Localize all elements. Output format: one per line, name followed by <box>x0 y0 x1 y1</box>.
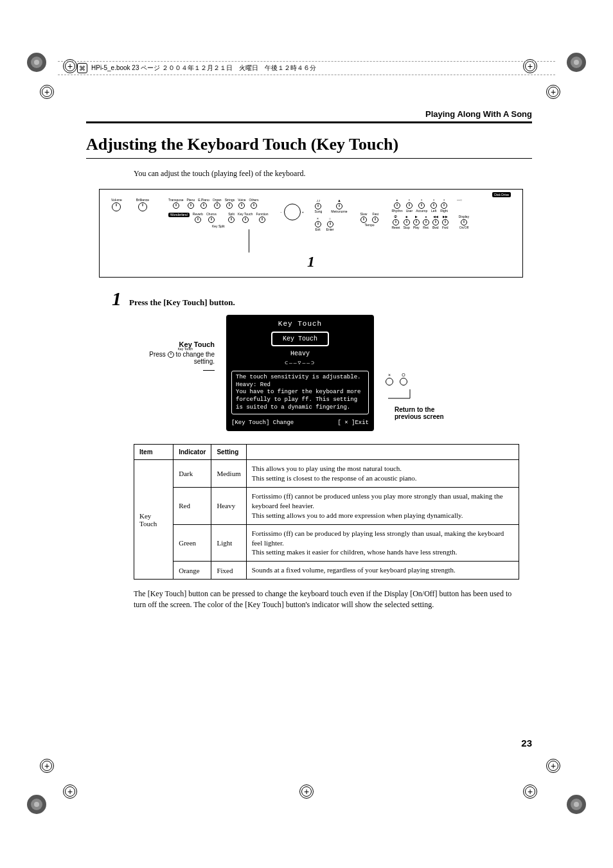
table-row: Key Touch Dark Medium This allows you to… <box>134 460 519 488</box>
reset-btn <box>393 219 399 226</box>
screen-right-caption: × O Return to the previous screen <box>386 315 469 420</box>
cell-indicator: Green <box>173 524 211 562</box>
registration-mark <box>63 784 77 799</box>
knob-label: Reverb <box>193 213 203 216</box>
value-dial: - + <box>284 204 301 220</box>
cell-item: Key Touch <box>134 460 173 580</box>
registration-mark <box>299 784 314 799</box>
th-item: Item <box>134 445 173 460</box>
volume-knob <box>112 202 121 211</box>
doc-header-text: HPi-5_e.book 23 ページ ２００４年１２月２１日 火曜日 午後１２… <box>91 64 316 73</box>
knob-label: Display <box>459 215 469 218</box>
corner-ornament-bl <box>26 793 48 815</box>
knob-label: Organ <box>213 199 222 202</box>
svg-point-5 <box>574 60 579 65</box>
display-btn <box>461 219 467 226</box>
tempo-fast-btn <box>372 217 378 223</box>
knob-label: Brilliance <box>136 199 149 202</box>
knob-label: Chorus <box>206 213 217 216</box>
screen-description: The touch sensitivity is adjustable. Hea… <box>231 371 369 414</box>
knob-label: Rec <box>423 226 429 229</box>
section-rule <box>86 121 532 123</box>
cell-desc: Sounds at a fixed volume, regardless of … <box>246 562 519 580</box>
knob-label: Piano <box>186 199 195 202</box>
left-btn <box>431 202 437 209</box>
return-leader-line <box>386 389 424 405</box>
knob-label: Transpose <box>168 199 183 202</box>
brilliance-knob <box>138 202 147 211</box>
epiano-btn <box>200 202 207 209</box>
page-number: 23 <box>521 738 532 748</box>
stop-btn <box>404 219 410 226</box>
screen-footer-right: [ × ]Exit <box>337 420 369 426</box>
knob-label: Fwd <box>442 226 448 229</box>
th-indicator: Indicator <box>173 445 211 460</box>
knob-label: Stop <box>403 226 409 229</box>
registration-mark <box>546 85 560 99</box>
enter-btn <box>327 221 333 227</box>
registration-mark <box>40 759 54 773</box>
tiny-knob-caption: Key Touch <box>178 347 193 351</box>
cell-desc: Fortissimo (ff) can be produced by playi… <box>246 524 519 562</box>
knob-label: Volume <box>111 199 122 202</box>
transpose-knob <box>173 202 179 209</box>
knob-label: Exit <box>315 228 320 231</box>
cell-desc: Fortissimo (ff) cannot be produced unles… <box>246 488 519 525</box>
return-label-l1: Return to the <box>395 406 469 413</box>
table-row: Green Light Fortissimo (ff) can be produ… <box>134 524 519 562</box>
metronome-btn <box>336 203 342 209</box>
leader-line <box>249 229 249 252</box>
bwd-btn <box>432 219 439 226</box>
knob-label: Rhythm <box>391 209 402 213</box>
knob-label: Slow <box>360 213 368 216</box>
knob-label: Voice <box>238 199 245 202</box>
organ-btn <box>214 202 220 209</box>
key-touch-knob-icon <box>168 351 174 358</box>
press-text-pre: Press <box>149 351 167 358</box>
accomp-btn <box>418 202 425 209</box>
intro-text: You can adjust the touch (playing feel) … <box>134 169 532 179</box>
others-btn <box>251 202 257 209</box>
knob-label: Metronome <box>331 210 347 213</box>
chorus-btn <box>208 217 215 223</box>
corner-ornament-tr <box>565 51 587 73</box>
svg-point-8 <box>34 802 39 807</box>
key-touch-settings-table: Item Indicator Setting Key Touch Dark Me… <box>134 444 519 580</box>
knob-label: Accomp <box>416 209 427 213</box>
reverb-btn <box>195 217 201 223</box>
step-number: 1 <box>112 289 121 308</box>
screen-slider: ⊂——▽——⊃ <box>231 360 369 366</box>
cell-setting: Light <box>211 524 246 562</box>
table-row: Red Heavy Fortissimo (ff) cannot be prod… <box>134 488 519 525</box>
knob-label: Right <box>440 209 448 213</box>
key-touch-btn <box>242 217 249 223</box>
user-btn <box>406 202 413 209</box>
function-btn <box>259 217 265 223</box>
wonderland-badge: Wonderland <box>168 213 190 217</box>
knob-label: Enter <box>326 228 334 231</box>
knob-label: On/Off <box>459 226 469 229</box>
cell-desc: This allows you to play using the most n… <box>246 460 519 488</box>
knob-label: Fast <box>373 213 379 216</box>
song-btn <box>315 203 321 209</box>
knob-label: Strings <box>225 199 235 202</box>
exit-circle-icon <box>386 378 393 385</box>
registration-mark <box>546 759 560 773</box>
registration-mark <box>523 784 537 799</box>
th-desc <box>246 445 519 460</box>
enter-circle-icon <box>400 378 407 385</box>
screen-left-caption: Key Touch Key Touch Press to change the … <box>138 315 215 372</box>
screen-footer-left: [Key Touch] Change <box>231 420 294 426</box>
svg-point-2 <box>34 60 39 65</box>
press-text-post: to change the setting. <box>174 351 215 365</box>
rhythm-btn <box>394 202 400 209</box>
knob-label: E.Piano <box>198 199 209 202</box>
cell-setting: Medium <box>211 460 246 488</box>
book-icon: ⌘ <box>77 63 87 73</box>
cell-indicator: Dark <box>173 460 211 488</box>
x-label: × <box>388 373 391 377</box>
knob-label: Left <box>431 209 436 213</box>
right-btn <box>441 202 447 209</box>
corner-ornament-br <box>565 793 587 815</box>
knob-label: Others <box>249 199 258 202</box>
